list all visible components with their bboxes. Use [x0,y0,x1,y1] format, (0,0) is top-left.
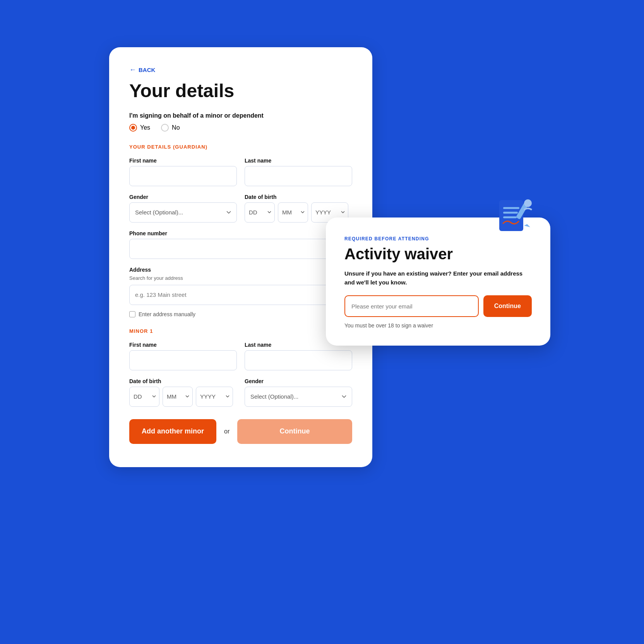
gender-group: Gender Select (Optional)... Male Female … [129,194,237,223]
add-minor-button[interactable]: Add another minor [129,419,216,444]
svg-rect-3 [503,216,517,218]
waiver-continue-button[interactable]: Continue [483,295,532,317]
phone-group: Phone number [129,230,352,259]
address-label: Address [129,267,352,273]
back-label: BACK [139,67,155,73]
minor-dob-yyyy-select[interactable]: YYYY [196,387,233,407]
svg-rect-2 [503,212,518,214]
back-arrow-icon: ← [129,66,136,74]
waiver-description: Unsure if you have an existing waiver? E… [344,269,532,287]
no-option[interactable]: No [161,124,180,132]
dob-dd-select[interactable]: DD [245,202,275,223]
minor-dob-label: Date of birth [129,378,237,384]
signing-question: I'm signing on behalf of a minor or depe… [129,112,352,119]
minor-dob-mm-select[interactable]: MM [163,387,193,407]
minor-dob-selects: DD MM YYYY [129,387,237,407]
minor-first-name-input[interactable] [129,350,237,370]
address-input[interactable] [129,285,352,305]
last-name-input[interactable] [245,166,352,186]
gender-label: Gender [129,194,237,200]
minor-last-name-input[interactable] [245,350,352,370]
minor-gender-select[interactable]: Select (Optional)... Male Female Other [245,387,352,407]
waiver-card: REQUIRED BEFORE ATTENDING Activity waive… [326,218,550,346]
waiver-document-icon [496,196,535,235]
back-link[interactable]: ← BACK [129,66,352,74]
phone-input[interactable] [129,239,352,259]
minor-dob-group: Date of birth DD MM YYYY [129,378,237,407]
minor-name-row: First name Last name [129,342,352,370]
minor-section: MINOR 1 First name Last name Date of bir… [129,328,352,407]
phone-label: Phone number [129,230,352,236]
last-name-label: Last name [245,158,352,164]
dob-mm-select[interactable]: MM [278,202,308,223]
gender-dob-row: Gender Select (Optional)... Male Female … [129,194,352,223]
first-name-input[interactable] [129,166,237,186]
minor-gender-label: Gender [245,378,352,384]
svg-rect-1 [503,207,519,209]
or-text: or [224,428,230,435]
address-search-sublabel: Search for your address [129,275,352,281]
first-name-group: First name [129,158,237,186]
continue-button[interactable]: Continue [237,419,352,444]
minor-first-name-group: First name [129,342,237,370]
no-radio[interactable] [161,124,169,132]
waiver-email-row: Continue [344,295,532,317]
first-name-label: First name [129,158,237,164]
minor-dob-dd-select[interactable]: DD [129,387,159,407]
guardian-section-title: YOUR DETAILS (GUARDIAN) [129,144,352,150]
yes-option[interactable]: Yes [129,124,150,132]
signing-radio-group: Yes No [129,124,352,132]
waiver-email-input[interactable] [344,295,479,317]
waiver-note: You must be over 18 to sign a waiver [344,322,532,329]
guardian-name-row: First name Last name [129,158,352,186]
yes-radio[interactable] [129,124,137,132]
yes-label: Yes [140,124,150,131]
address-group: Address Search for your address Enter ad… [129,267,352,317]
page-title: Your details [129,81,352,101]
no-label: No [172,124,180,131]
manual-address-label: Enter address manually [139,311,195,317]
last-name-group: Last name [245,158,352,186]
gender-select[interactable]: Select (Optional)... Male Female Other [129,202,237,223]
bottom-actions: Add another minor or Continue [129,419,352,444]
minor-section-title: MINOR 1 [129,328,352,334]
svg-point-6 [524,199,532,207]
manual-address-checkbox[interactable] [129,311,135,317]
minor-dob-gender-row: Date of birth DD MM YYYY Gende [129,378,352,407]
minor-gender-group: Gender Select (Optional)... Male Female … [245,378,352,407]
manual-address-row: Enter address manually [129,311,352,317]
dob-label: Date of birth [245,194,352,200]
minor-last-name-group: Last name [245,342,352,370]
svg-marker-5 [524,224,530,227]
waiver-title: Activity waiver [344,245,532,262]
minor-first-name-label: First name [129,342,237,348]
